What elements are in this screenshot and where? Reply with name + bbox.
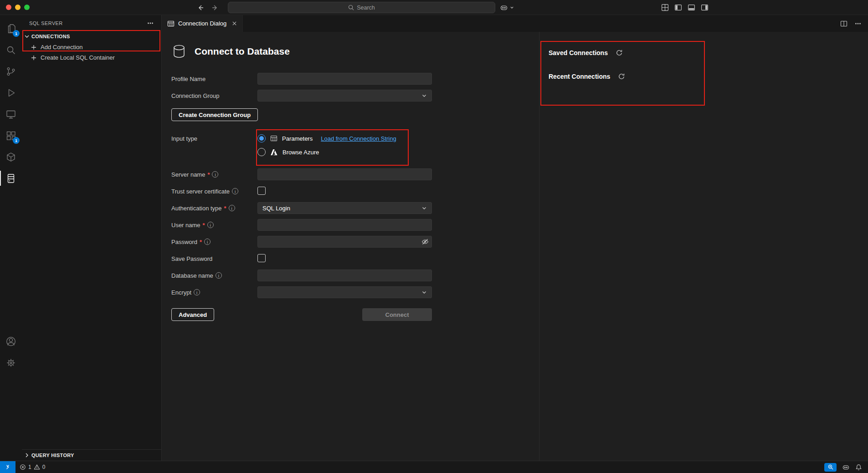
required-marker: * [207, 171, 210, 178]
info-icon[interactable] [212, 171, 218, 178]
activity-item-extensions[interactable]: 1 [0, 125, 22, 146]
copilot-icon [500, 4, 508, 12]
tab-bar: Connection Dialog [162, 15, 868, 32]
required-marker: * [203, 222, 205, 229]
database-name-input[interactable] [257, 270, 432, 281]
query-history-section-label: QUERY HISTORY [31, 453, 74, 458]
editor-group: Connection Dialog [162, 15, 868, 461]
radio-browse-azure[interactable] [257, 148, 266, 156]
authentication-type-select[interactable]: SQL Login [257, 202, 432, 214]
connection-group-select[interactable] [257, 90, 432, 102]
close-tab-icon[interactable] [232, 21, 237, 26]
maximize-window-button[interactable] [24, 5, 30, 10]
chevron-down-icon [23, 33, 31, 40]
password-input[interactable] [257, 236, 432, 248]
command-center-search[interactable]: Search [228, 2, 495, 13]
saved-connections-row: Saved Connections [549, 49, 868, 56]
activity-item-run-debug[interactable] [0, 82, 22, 103]
refresh-recent-connections-icon[interactable] [618, 73, 625, 80]
tab-label: Connection Dialog [178, 20, 226, 27]
toggle-primary-sidebar-icon[interactable] [674, 4, 682, 11]
more-actions-icon[interactable] [854, 20, 862, 27]
titlebar: Search [0, 0, 868, 15]
account-icon [5, 336, 16, 347]
problems-status[interactable]: 1 0 [20, 464, 45, 470]
field-row-input-type: Input type Parameters Load from Connecti… [171, 131, 539, 160]
radio-option-browse-azure[interactable]: Browse Azure [257, 148, 432, 156]
activity-item-settings[interactable] [0, 352, 22, 373]
close-window-button[interactable] [6, 5, 11, 10]
connect-button[interactable]: Connect [362, 308, 432, 321]
toggle-secondary-sidebar-icon[interactable] [701, 4, 709, 11]
info-icon[interactable] [204, 239, 211, 245]
refresh-saved-connections-icon[interactable] [616, 49, 623, 56]
activity-item-sql-server[interactable] [0, 168, 22, 189]
trust-server-certificate-label: Trust server certificate [171, 188, 230, 195]
user-name-label: User name [171, 222, 200, 229]
remote-indicator[interactable] [0, 461, 15, 473]
activity-item-source-control[interactable] [0, 61, 22, 82]
server-name-input[interactable] [257, 168, 432, 180]
activity-item-database-projects[interactable] [0, 146, 22, 168]
plus-icon [31, 55, 37, 61]
sidebar-item-add-connection[interactable]: Add Connection [22, 42, 161, 52]
zoom-status-item[interactable] [824, 463, 837, 472]
split-editor-icon[interactable] [840, 20, 847, 27]
save-password-checkbox[interactable] [257, 254, 266, 262]
toggle-panel-icon[interactable] [688, 4, 695, 11]
activity-item-accounts[interactable] [0, 331, 22, 352]
create-group-row: Create Connection Group [171, 108, 539, 121]
connection-dialog-icon [167, 20, 175, 27]
database-name-label: Database name [171, 272, 213, 279]
forward-arrow-icon[interactable] [211, 4, 219, 11]
profile-name-label: Profile Name [171, 76, 205, 82]
copilot-menu[interactable] [500, 0, 514, 15]
activity-item-search[interactable] [0, 39, 22, 61]
info-icon[interactable] [194, 289, 200, 295]
more-actions-icon[interactable] [147, 20, 154, 27]
page-title: Connect to Database [195, 46, 290, 57]
chevron-down-icon [510, 5, 514, 10]
copilot-status-icon[interactable] [842, 463, 850, 471]
connections-section-label: CONNECTIONS [31, 34, 70, 39]
user-name-input[interactable] [257, 219, 432, 231]
history-nav [197, 0, 219, 15]
customize-layout-icon[interactable] [661, 4, 669, 11]
sidebar-section-query-history[interactable]: QUERY HISTORY [22, 450, 161, 461]
profile-name-input[interactable] [257, 73, 432, 85]
sidebar-title: SQL SERVER [29, 20, 63, 26]
minimize-window-button[interactable] [15, 5, 21, 10]
main-area: 1 1 [0, 15, 868, 461]
layout-controls [661, 0, 709, 15]
saved-connections-label: Saved Connections [549, 49, 608, 56]
advanced-button[interactable]: Advanced [171, 308, 214, 321]
sidebar-section-connections[interactable]: CONNECTIONS [22, 31, 161, 42]
notifications-bell-icon[interactable] [855, 464, 862, 471]
info-icon[interactable] [229, 205, 235, 211]
info-icon[interactable] [232, 188, 238, 194]
activity-item-remote-explorer[interactable] [0, 103, 22, 125]
radio-parameters[interactable] [257, 134, 266, 142]
required-marker: * [224, 205, 226, 212]
vscode-window: Search [0, 0, 868, 473]
activity-item-explorer[interactable]: 1 [0, 18, 22, 39]
trust-server-certificate-checkbox[interactable] [257, 187, 266, 195]
back-arrow-icon[interactable] [197, 4, 204, 11]
chevron-right-icon [23, 452, 31, 459]
tab-connection-dialog[interactable]: Connection Dialog [162, 15, 243, 32]
load-from-connection-string-link[interactable]: Load from Connection String [321, 135, 396, 142]
create-connection-group-button[interactable]: Create Connection Group [171, 108, 258, 121]
radio-option-parameters[interactable]: Parameters Load from Connection String [257, 134, 432, 142]
info-icon[interactable] [216, 272, 222, 279]
error-icon [20, 464, 26, 470]
field-row-user-name: User name * [171, 219, 539, 231]
search-icon [5, 45, 16, 56]
warning-count: 0 [42, 464, 46, 470]
chevron-down-icon [421, 93, 427, 98]
connection-form: Connect to Database Profile Name Connect… [162, 32, 539, 461]
encrypt-select[interactable] [257, 286, 432, 298]
sidebar-item-create-local-sql-container[interactable]: Create Local SQL Container [22, 52, 161, 63]
remote-icon [5, 464, 11, 470]
info-icon[interactable] [207, 222, 214, 228]
eye-off-icon[interactable] [421, 238, 429, 245]
